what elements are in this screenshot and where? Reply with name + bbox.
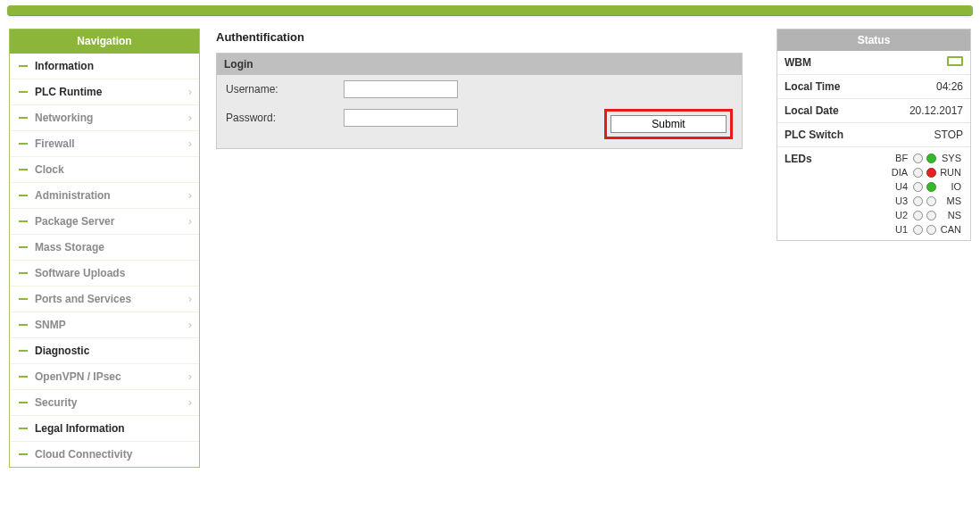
chevron-right-icon: › [188, 112, 192, 124]
status-key: Local Date [785, 104, 839, 117]
sidebar-title: Navigation [10, 29, 199, 54]
led-indicator [913, 182, 923, 192]
login-panel: Login Username: Password: Submit [216, 53, 743, 149]
wbm-icon [947, 56, 963, 66]
nav-bullet-icon [19, 246, 28, 248]
sidebar-item-software-uploads[interactable]: Software Uploads [10, 261, 199, 287]
chevron-right-icon: › [188, 319, 192, 331]
led-indicator [926, 182, 936, 192]
sidebar-item-label: Software Uploads [35, 267, 192, 279]
status-row-localtime: Local Time 04:26 [777, 75, 970, 99]
sidebar-item-clock[interactable]: Clock [10, 157, 199, 183]
status-panel: Status WBM Local Time 04:26 Local Date 2… [777, 29, 971, 241]
chevron-right-icon: › [188, 370, 192, 383]
led-label: SYS [942, 153, 963, 163]
sidebar-item-package-server[interactable]: Package Server› [10, 209, 199, 235]
sidebar-item-administration[interactable]: Administration› [10, 183, 199, 209]
led-indicator [913, 154, 923, 163]
chevron-right-icon: › [188, 86, 192, 98]
nav-bullet-icon [19, 272, 28, 274]
led-label: U1 [895, 224, 909, 235]
chevron-right-icon: › [188, 215, 192, 228]
sidebar-item-label: PLC Runtime [35, 86, 185, 98]
sidebar-item-ports-and-services[interactable]: Ports and Services› [10, 287, 199, 312]
nav-bullet-icon [19, 324, 28, 326]
status-row-localdate: Local Date 20.12.2017 [777, 99, 970, 123]
sidebar-item-openvpn-ipsec[interactable]: OpenVPN / IPsec› [10, 364, 199, 390]
status-key: Local Time [785, 80, 840, 93]
led-label: U2 [895, 210, 909, 220]
chevron-right-icon: › [188, 293, 192, 305]
sidebar-item-label: Cloud Connectivity [35, 448, 192, 461]
led-indicator [926, 154, 936, 163]
status-key: PLC Switch [785, 129, 843, 141]
status-title: Status [777, 29, 970, 51]
led-indicator [926, 211, 936, 220]
sidebar-item-mass-storage[interactable]: Mass Storage [10, 235, 199, 261]
submit-button[interactable]: Submit [610, 115, 727, 133]
led-label: DIA [892, 167, 909, 178]
led-label: MS [947, 195, 964, 206]
nav-bullet-icon [19, 350, 28, 352]
led-indicator [913, 168, 923, 178]
nav-bullet-icon [19, 220, 28, 222]
nav-bullet-icon [19, 143, 28, 145]
led-indicator [913, 225, 923, 235]
username-input[interactable] [344, 80, 458, 98]
sidebar-item-plc-runtime[interactable]: PLC Runtime› [10, 79, 199, 105]
chevron-right-icon: › [188, 189, 192, 202]
password-input[interactable] [344, 109, 458, 127]
nav-bullet-icon [19, 453, 28, 455]
led-label: BF [895, 153, 909, 163]
sidebar-item-information[interactable]: Information [10, 54, 199, 79]
status-key: WBM [785, 56, 811, 69]
nav-bullet-icon [19, 376, 28, 378]
nav-bullet-icon [19, 195, 28, 196]
sidebar-item-label: Mass Storage [35, 241, 192, 253]
led-label: U3 [895, 195, 909, 206]
sidebar-item-security[interactable]: Security› [10, 390, 199, 416]
chevron-right-icon: › [188, 137, 192, 150]
status-val: STOP [934, 129, 963, 141]
sidebar-item-label: OpenVPN / IPsec [35, 370, 185, 383]
led-label: U4 [895, 181, 909, 192]
submit-highlight: Submit [604, 109, 733, 139]
nav-bullet-icon [19, 65, 28, 67]
sidebar-item-firewall[interactable]: Firewall› [10, 131, 199, 157]
led-indicator [913, 211, 923, 220]
nav-bullet-icon [19, 428, 28, 429]
sidebar-item-label: Package Server [35, 215, 185, 228]
sidebar-item-label: Ports and Services [35, 293, 185, 305]
led-label: CAN [941, 224, 963, 235]
sidebar: Navigation InformationPLC Runtime›Networ… [9, 29, 200, 468]
username-label: Username: [226, 83, 344, 96]
status-val: 20.12.2017 [909, 104, 963, 117]
led-label: IO [951, 181, 963, 192]
led-indicator [926, 225, 936, 235]
sidebar-item-label: Clock [35, 163, 192, 176]
led-label: RUN [940, 167, 963, 178]
sidebar-item-diagnostic[interactable]: Diagnostic [10, 338, 199, 364]
status-val: 04:26 [936, 80, 963, 93]
status-row-plcswitch: PLC Switch STOP [777, 123, 970, 147]
sidebar-item-cloud-connectivity[interactable]: Cloud Connectivity [10, 442, 199, 467]
nav-bullet-icon [19, 117, 28, 119]
sidebar-item-legal-information[interactable]: Legal Information [10, 416, 199, 442]
sidebar-item-label: Legal Information [35, 422, 192, 435]
sidebar-item-label: Information [35, 60, 192, 72]
sidebar-item-snmp[interactable]: SNMP› [10, 312, 199, 338]
status-row-leds: LEDs BFSYSDIARUNU4IOU3MSU2NSU1CAN [777, 147, 970, 240]
page-title: Authentification [216, 30, 760, 44]
sidebar-item-label: Networking [35, 112, 185, 124]
led-indicator [913, 196, 923, 206]
sidebar-item-label: SNMP [35, 319, 185, 331]
led-indicator [926, 168, 936, 178]
main-content: Authentification Login Username: Passwor… [216, 29, 760, 149]
nav-bullet-icon [19, 169, 28, 170]
sidebar-item-networking[interactable]: Networking› [10, 105, 199, 131]
nav-bullet-icon [19, 402, 28, 403]
led-indicator [926, 196, 936, 206]
password-label: Password: [226, 112, 344, 124]
nav-bullet-icon [19, 91, 28, 93]
status-key: LEDs [785, 153, 812, 165]
